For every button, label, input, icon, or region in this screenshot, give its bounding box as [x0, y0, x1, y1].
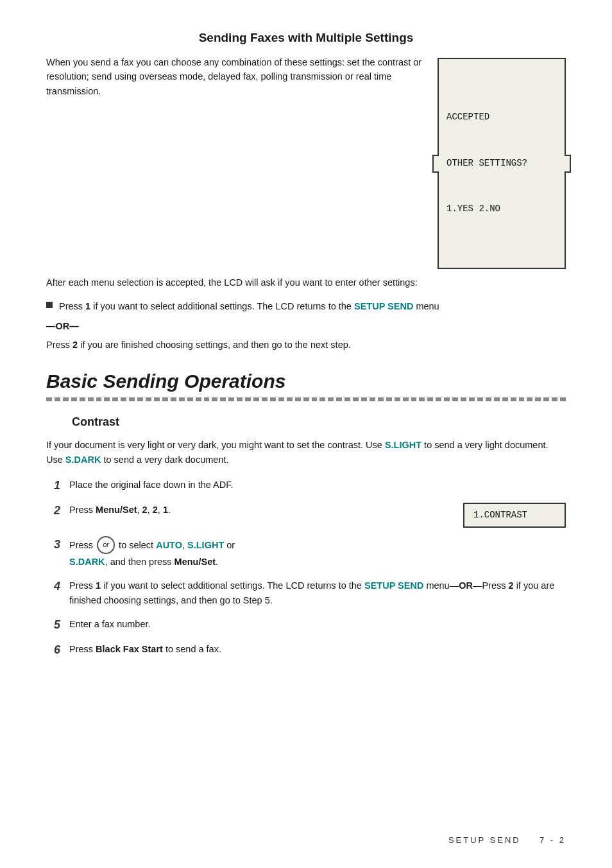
dash-7: [96, 397, 102, 401]
dash-16: [171, 397, 176, 401]
dash-42: [386, 397, 392, 401]
dash-60: [535, 397, 541, 401]
dash-44: [403, 397, 409, 401]
footer: SETUP SEND 7 - 2: [448, 835, 566, 845]
dash-48: [436, 397, 441, 401]
dash-58: [519, 397, 525, 401]
step-3: 3 Press or to select AUTO, S.LIGHT or S.…: [46, 537, 566, 569]
step-num-2: 2: [46, 503, 60, 519]
dash-5: [80, 397, 85, 401]
dash-59: [527, 397, 532, 401]
dash-46: [419, 397, 425, 401]
step-5: 5 Enter a fax number.: [46, 617, 566, 633]
dash-3: [63, 397, 69, 401]
dash-53: [477, 397, 483, 401]
dash-29: [278, 397, 284, 401]
dash-26: [253, 397, 259, 401]
step-3-line1: Press or to select AUTO, S.LIGHT or: [69, 537, 566, 555]
dash-63: [560, 397, 566, 401]
subsection-contrast-title: Contrast: [72, 415, 566, 429]
step-1-content: Place the original face down in the ADF.: [69, 478, 566, 492]
dash-50: [452, 397, 458, 401]
dash-57: [511, 397, 516, 401]
dash-43: [395, 397, 400, 401]
dash-2: [55, 397, 60, 401]
dash-39: [361, 397, 367, 401]
step-3-line2: S.DARK, and then press Menu/Set.: [69, 555, 566, 569]
step-5-content: Enter a fax number.: [69, 617, 566, 632]
dash-41: [378, 397, 384, 401]
section2-title: Basic Sending Operations: [46, 370, 566, 392]
or-line: —OR—: [46, 321, 566, 331]
step-2-content: Press Menu/Set, 2, 2, 1. 1.CONTRAST: [69, 503, 566, 527]
dash-23: [228, 397, 234, 401]
dash-35: [328, 397, 334, 401]
dash-37: [344, 397, 350, 401]
step-2-text: Press Menu/Set, 2, 2, 1.: [69, 503, 450, 517]
circle-or-icon: or: [97, 536, 115, 554]
dash-8: [104, 397, 110, 401]
lcd-line2: OTHER SETTINGS?: [446, 156, 557, 171]
dash-19: [196, 397, 201, 401]
step-num-3: 3: [46, 537, 60, 553]
dash-21: [212, 397, 217, 401]
dash-52: [469, 397, 475, 401]
lcd-line3: 1.YES 2.NO: [446, 202, 557, 217]
dash-10: [121, 397, 126, 401]
dash-36: [336, 397, 342, 401]
lcd-display-2: 1.CONTRAST: [463, 503, 566, 527]
lcd-display-1: ACCEPTED OTHER SETTINGS? 1.YES 2.NO: [438, 58, 566, 269]
dash-4: [71, 397, 77, 401]
dash-14: [154, 397, 160, 401]
step-num-6: 6: [46, 642, 60, 658]
dash-6: [88, 397, 94, 401]
footer-page: 7 - 2: [540, 835, 566, 845]
dash-13: [146, 397, 151, 401]
lcd-tab-right: [565, 155, 571, 173]
lcd-tab-left: [432, 155, 439, 173]
dash-31: [295, 397, 301, 401]
dash-62: [552, 397, 557, 401]
dash-18: [187, 397, 193, 401]
dash-15: [162, 397, 168, 401]
bullet-item-1: Press 1 if you want to select additional…: [46, 299, 566, 313]
dash-28: [270, 397, 276, 401]
step-num-4: 4: [46, 578, 60, 595]
step-1: 1 Place the original face down in the AD…: [46, 478, 566, 494]
dash-45: [411, 397, 417, 401]
dashed-divider: [46, 397, 566, 401]
steps-container: 1 Place the original face down in the AD…: [46, 478, 566, 659]
dash-54: [486, 397, 491, 401]
step-3-content: Press or to select AUTO, S.LIGHT or S.DA…: [69, 537, 566, 569]
dash-32: [303, 397, 309, 401]
dash-49: [444, 397, 450, 401]
lcd-line1: ACCEPTED: [446, 110, 557, 125]
step-6-content: Press Black Fax Start to send a fax.: [69, 642, 566, 657]
press2-line: Press 2 if you are finished choosing set…: [46, 338, 566, 352]
dash-34: [319, 397, 325, 401]
dash-56: [502, 397, 508, 401]
dash-11: [129, 397, 135, 401]
dash-40: [370, 397, 375, 401]
bullet-text: Press 1 if you want to select additional…: [59, 299, 439, 313]
dash-24: [237, 397, 242, 401]
dash-20: [204, 397, 210, 401]
dash-51: [461, 397, 466, 401]
dash-9: [112, 397, 118, 401]
step-num-1: 1: [46, 478, 60, 494]
dash-25: [245, 397, 251, 401]
dash-61: [543, 397, 549, 401]
page-container: Sending Faxes with Multiple Settings Whe…: [0, 0, 612, 719]
step-4-content: Press 1 if you want to select additional…: [69, 578, 566, 608]
dash-17: [179, 397, 185, 401]
dash-33: [312, 397, 318, 401]
section1-body: When you send a fax you can choose any c…: [46, 55, 566, 269]
contrast-intro: If your document is very light or very d…: [46, 438, 566, 467]
step-6: 6 Press Black Fax Start to send a fax.: [46, 642, 566, 658]
section1-title: Sending Faxes with Multiple Settings: [46, 31, 566, 45]
section1-after: After each menu selection is accepted, t…: [46, 275, 566, 290]
step-2: 2 Press Menu/Set, 2, 2, 1. 1.CONTRAST: [46, 503, 566, 527]
dash-55: [494, 397, 500, 401]
step-num-5: 5: [46, 617, 60, 633]
dash-38: [353, 397, 359, 401]
